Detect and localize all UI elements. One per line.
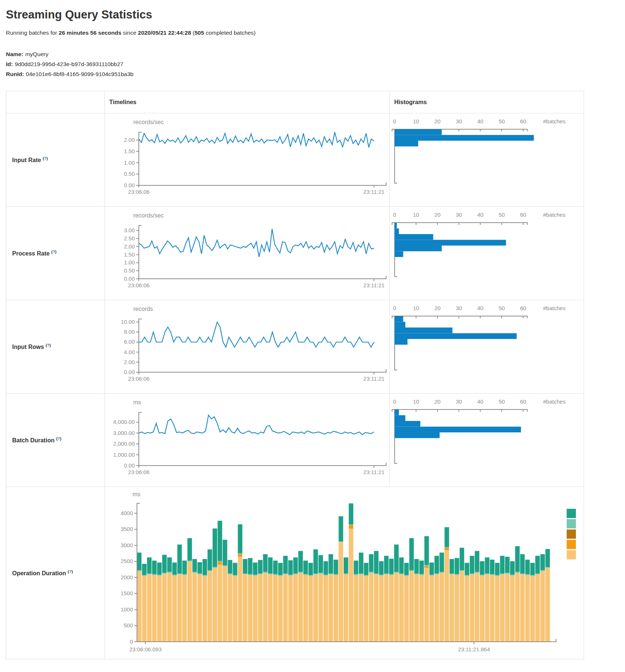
svg-text:2.50: 2.50 [124, 235, 135, 241]
svg-text:40: 40 [477, 212, 484, 218]
batch-duration-histogram-chart: 0102030405060#batches [390, 394, 584, 487]
table-row-operation-duration: Operation Duration (?) ms400035003000250… [6, 487, 584, 659]
help-icon[interactable]: (?) [46, 343, 51, 347]
svg-text:3500: 3500 [121, 526, 133, 532]
svg-text:23:11:21: 23:11:21 [363, 469, 384, 475]
help-icon[interactable]: (?) [51, 250, 56, 254]
svg-text:500: 500 [124, 622, 133, 628]
corner-cell [6, 91, 105, 113]
svg-text:30: 30 [456, 212, 462, 218]
svg-text:1,000.00: 1,000.00 [113, 451, 135, 457]
svg-text:40: 40 [477, 305, 484, 311]
metric-label-input-rate: Input Rate [12, 157, 41, 163]
histograms-header: Histograms [390, 91, 584, 113]
help-icon[interactable]: (?) [56, 436, 61, 441]
svg-text:3000: 3000 [121, 542, 133, 548]
svg-text:4,000.00: 4,000.00 [113, 419, 135, 425]
query-info: Name:myQuery Id:9d0dd219-995d-423e-b97d-… [6, 51, 619, 78]
svg-text:30: 30 [456, 118, 462, 124]
svg-text:2000: 2000 [121, 574, 133, 580]
metric-label-batch-duration: Batch Duration [12, 437, 55, 443]
legend-swatch-series-tan [567, 550, 576, 559]
help-icon[interactable]: (?) [43, 156, 48, 161]
svg-text:10: 10 [413, 305, 419, 311]
svg-text:23:11:21: 23:11:21 [363, 376, 384, 382]
svg-text:records/sec: records/sec [133, 212, 164, 219]
operation-duration-stacked-chart: ms4000350030002500200015001000500023:06:… [105, 487, 584, 659]
svg-text:2,000.00: 2,000.00 [113, 440, 135, 447]
svg-text:1.50: 1.50 [124, 251, 135, 257]
svg-text:20: 20 [435, 398, 441, 405]
svg-text:23:06:06: 23:06:06 [128, 189, 150, 195]
table-row-batch-duration: Batch Duration (?) ms4,000.003,000.002,0… [6, 394, 584, 487]
svg-text:2.00: 2.00 [124, 243, 135, 249]
svg-text:23:11:21: 23:11:21 [363, 189, 384, 195]
metric-label-operation-duration: Operation Duration [12, 570, 66, 576]
svg-text:#batches: #batches [543, 305, 566, 311]
help-icon[interactable]: (?) [68, 569, 73, 574]
svg-text:10: 10 [413, 398, 419, 405]
input-rows-timeline-chart: records10.008.006.004.002.000.0023:06:06… [105, 301, 389, 393]
svg-text:1.00: 1.00 [124, 159, 135, 165]
svg-text:0: 0 [393, 118, 396, 124]
svg-text:1.00: 1.00 [124, 259, 135, 265]
header-row: Timelines Histograms [6, 91, 584, 113]
legend-swatch-series-teal [567, 509, 576, 518]
svg-text:30: 30 [456, 305, 462, 311]
svg-text:20: 20 [435, 212, 441, 218]
table-row-process-rate: Process Rate (?) records/sec3.002.502.00… [6, 207, 584, 300]
svg-text:records: records [133, 306, 153, 312]
svg-text:3,000.00: 3,000.00 [113, 429, 135, 436]
table-row-input-rate: Input Rate (?) records/sec2.001.501.000.… [6, 113, 584, 207]
running-batches-summary: Running batches for 26 minutes 56 second… [6, 30, 619, 36]
svg-text:40: 40 [477, 398, 484, 405]
svg-text:4000: 4000 [121, 510, 133, 516]
process-rate-histogram-chart: 0102030405060#batches [390, 207, 584, 300]
svg-text:#batches: #batches [543, 398, 566, 405]
svg-text:#batches: #batches [543, 118, 566, 124]
svg-text:10: 10 [413, 118, 419, 124]
query-run-id: RunId:04e101e6-8bf8-4165-9099-9104c951ba… [6, 71, 619, 78]
svg-text:40: 40 [477, 118, 484, 124]
svg-text:0.50: 0.50 [124, 267, 135, 274]
svg-text:1000: 1000 [121, 606, 133, 612]
statistics-table: Timelines Histograms Input Rate (?) reco… [6, 91, 584, 659]
svg-text:ms: ms [133, 491, 140, 497]
svg-text:20: 20 [435, 118, 441, 124]
svg-text:#batches: #batches [543, 212, 566, 218]
svg-text:0: 0 [393, 305, 396, 311]
process-rate-timeline-chart: records/sec3.002.502.001.501.000.500.002… [105, 207, 389, 300]
svg-text:23:11:21: 23:11:21 [363, 282, 384, 288]
input-rate-timeline-chart: records/sec2.001.501.000.500.0023:06:062… [105, 114, 389, 206]
svg-text:50: 50 [499, 398, 505, 405]
svg-text:23:06:06: 23:06:06 [128, 282, 150, 288]
svg-text:60: 60 [520, 212, 526, 218]
svg-text:0.00: 0.00 [124, 182, 135, 188]
svg-text:30: 30 [456, 398, 462, 405]
svg-text:0: 0 [130, 638, 133, 645]
legend-swatch-series-light-teal [567, 519, 576, 528]
metric-label-process-rate: Process Rate [12, 250, 49, 257]
svg-text:2.00: 2.00 [124, 137, 135, 143]
input-rows-histogram-chart: 0102030405060#batches [390, 301, 584, 393]
svg-text:6.00: 6.00 [124, 339, 135, 345]
svg-text:50: 50 [499, 305, 505, 311]
legend-swatch-series-dark-gold [567, 529, 576, 539]
svg-text:0: 0 [393, 212, 396, 218]
query-id: Id:9d0dd219-995d-423e-b97d-36931110bb27 [6, 61, 619, 68]
svg-text:10.00: 10.00 [121, 319, 135, 325]
svg-text:20: 20 [435, 305, 441, 311]
svg-text:0.00: 0.00 [124, 369, 135, 375]
svg-text:0: 0 [393, 398, 396, 405]
svg-text:ms: ms [133, 399, 141, 405]
svg-text:4.00: 4.00 [124, 349, 135, 355]
timelines-header: Timelines [105, 91, 390, 113]
svg-text:60: 60 [520, 398, 526, 405]
svg-text:10: 10 [413, 212, 419, 218]
svg-text:0.00: 0.00 [124, 275, 135, 282]
table-row-input-rows: Input Rows (?) records10.008.006.004.002… [6, 300, 584, 394]
svg-text:records/sec: records/sec [133, 119, 164, 125]
svg-text:50: 50 [499, 118, 505, 124]
svg-text:1.50: 1.50 [124, 148, 135, 154]
batch-duration-timeline-chart: ms4,000.003,000.002,000.001,000.000.0023… [105, 394, 389, 487]
